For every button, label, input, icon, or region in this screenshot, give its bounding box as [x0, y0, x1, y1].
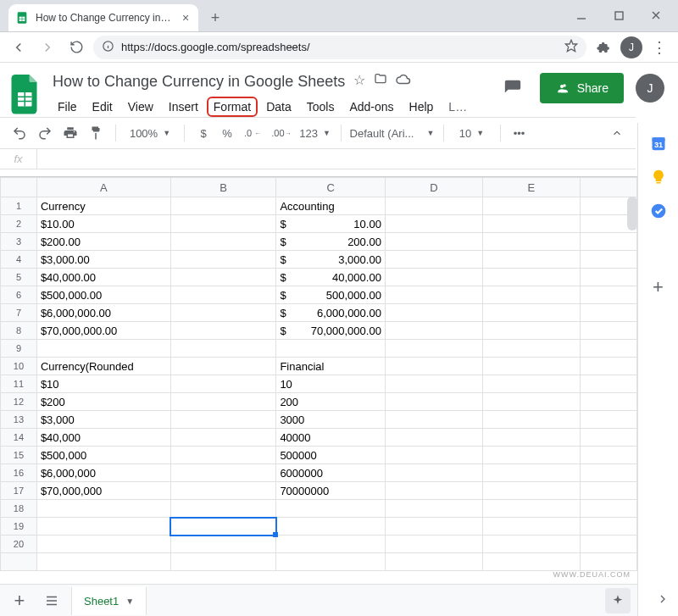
row-header[interactable]: 10	[1, 358, 37, 375]
cell[interactable]	[385, 233, 482, 251]
cell[interactable]: $40,000.00	[276, 269, 386, 286]
row-header[interactable]: 3	[1, 233, 37, 251]
cell[interactable]	[385, 286, 482, 304]
cell[interactable]	[385, 197, 482, 215]
forward-button[interactable]	[36, 36, 59, 59]
row-header[interactable]: 20	[1, 536, 37, 553]
cell[interactable]	[385, 304, 482, 322]
cell[interactable]	[580, 411, 636, 429]
tasks-icon[interactable]	[650, 203, 667, 219]
print-button[interactable]	[59, 121, 81, 145]
grid-scroll[interactable]: A B C D E 1 Currency Accounting 2 $10.00	[0, 177, 637, 584]
cell[interactable]	[170, 215, 276, 233]
browser-tab[interactable]: How to Change Currency in Goo ×	[8, 4, 198, 31]
cell[interactable]	[385, 375, 482, 393]
increase-decimal-button[interactable]: .00→	[268, 121, 294, 145]
cell[interactable]	[170, 429, 276, 447]
format-percent-button[interactable]: %	[217, 121, 237, 145]
toolbar-more-button[interactable]: •••	[509, 121, 530, 145]
cell[interactable]: $3,000.00	[36, 251, 170, 269]
sheet-tab-menu-icon[interactable]: ▼	[125, 597, 134, 606]
cell[interactable]	[482, 429, 580, 447]
cell[interactable]	[385, 358, 482, 375]
cell[interactable]	[482, 269, 580, 286]
menu-edit[interactable]: Edit	[86, 97, 119, 117]
row-header[interactable]: 18	[1, 500, 37, 518]
cell[interactable]	[580, 500, 636, 518]
row-header[interactable]: 15	[1, 447, 37, 464]
cell[interactable]	[482, 304, 580, 322]
cell[interactable]	[170, 553, 276, 571]
row-header[interactable]	[1, 553, 37, 571]
cell[interactable]: $200.00	[276, 233, 386, 251]
cell[interactable]	[385, 447, 482, 464]
zoom-select[interactable]: 100%▼	[125, 127, 175, 140]
cell[interactable]	[580, 482, 636, 500]
calendar-icon[interactable]: 31	[650, 135, 667, 152]
row-header[interactable]: 8	[1, 322, 37, 340]
menu-view[interactable]: View	[121, 97, 160, 117]
menu-data[interactable]: Data	[259, 97, 298, 117]
cell[interactable]: $70,000,000.00	[36, 322, 170, 340]
vertical-scrollbar[interactable]	[627, 197, 637, 230]
window-maximize-button[interactable]	[602, 3, 636, 27]
add-sheet-button[interactable]: +	[7, 588, 32, 613]
cell[interactable]	[170, 304, 276, 322]
cell[interactable]	[385, 518, 482, 536]
cell[interactable]	[482, 197, 580, 215]
cell[interactable]	[170, 322, 276, 340]
sheets-logo-icon[interactable]	[8, 73, 42, 117]
col-header-B[interactable]: B	[170, 178, 276, 197]
cell[interactable]	[580, 322, 636, 340]
cell[interactable]	[580, 518, 636, 536]
col-header-C[interactable]: C	[276, 178, 386, 197]
cell[interactable]	[170, 447, 276, 464]
decrease-decimal-button[interactable]: .0 ←	[241, 121, 264, 145]
cell[interactable]	[580, 536, 636, 553]
cell[interactable]	[170, 286, 276, 304]
cell[interactable]	[580, 304, 636, 322]
move-icon[interactable]	[374, 72, 387, 91]
col-header-E[interactable]: E	[482, 178, 580, 197]
row-header[interactable]: 1	[1, 197, 37, 215]
cell[interactable]	[482, 411, 580, 429]
paint-format-button[interactable]	[85, 121, 107, 145]
cell[interactable]	[482, 482, 580, 500]
cell[interactable]: $200	[36, 393, 170, 411]
cell[interactable]	[385, 215, 482, 233]
cell[interactable]	[482, 447, 580, 464]
comments-button[interactable]	[497, 73, 528, 103]
cell[interactable]	[385, 536, 482, 553]
cell[interactable]	[170, 464, 276, 482]
cell[interactable]: $500,000	[36, 447, 170, 464]
cell[interactable]	[36, 536, 170, 553]
row-header[interactable]: 6	[1, 286, 37, 304]
row-header[interactable]: 13	[1, 411, 37, 429]
cell[interactable]	[36, 340, 170, 358]
col-header-A[interactable]: A	[36, 178, 170, 197]
cell[interactable]	[385, 322, 482, 340]
row-header[interactable]: 4	[1, 251, 37, 269]
cell[interactable]	[385, 251, 482, 269]
cell[interactable]	[482, 375, 580, 393]
cell[interactable]	[580, 251, 636, 269]
row-header[interactable]: 2	[1, 215, 37, 233]
cell[interactable]	[482, 393, 580, 411]
cell[interactable]	[385, 411, 482, 429]
back-button[interactable]	[7, 36, 31, 59]
menu-format[interactable]: Format	[207, 97, 258, 117]
cell[interactable]: $40,000.00	[36, 269, 170, 286]
cell[interactable]: $3,000.00	[276, 251, 386, 269]
cell[interactable]	[276, 518, 386, 536]
cell[interactable]	[580, 286, 636, 304]
row-header[interactable]: 9	[1, 340, 37, 358]
new-tab-button[interactable]: +	[203, 6, 227, 30]
window-close-button[interactable]	[639, 3, 673, 27]
cell[interactable]: $6,000,000.00	[276, 304, 386, 322]
profile-avatar[interactable]: J	[620, 36, 642, 58]
cell[interactable]	[580, 340, 636, 358]
cell[interactable]	[170, 482, 276, 500]
row-header[interactable]: 19	[1, 518, 37, 536]
cell[interactable]	[385, 482, 482, 500]
cell[interactable]: $500,000.00	[276, 286, 386, 304]
